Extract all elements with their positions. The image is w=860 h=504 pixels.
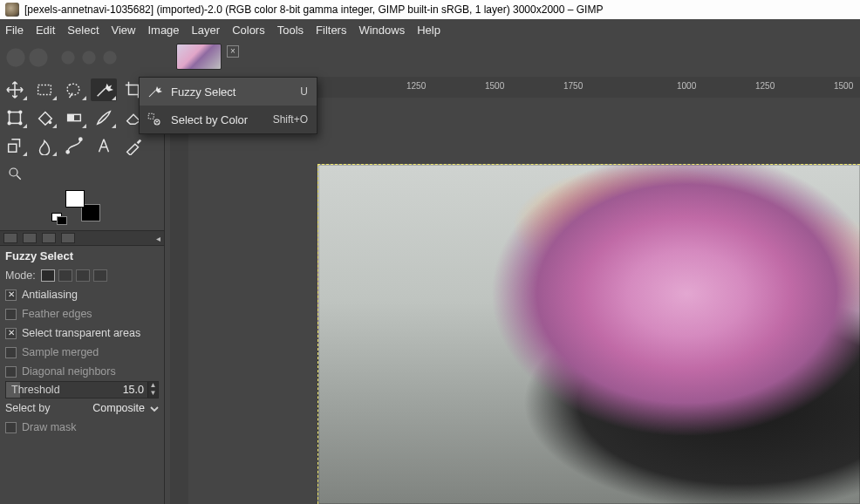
ruler-tick-label: 1500	[485, 81, 504, 91]
mode-replace[interactable]	[41, 269, 55, 282]
svg-point-3	[19, 111, 22, 113]
wand-icon	[147, 84, 162, 99]
image-tab-close-icon[interactable]: ×	[227, 45, 239, 58]
menu-select[interactable]: Select	[67, 24, 99, 37]
flyout-select-by-color[interactable]: Select by Color Shift+O	[140, 106, 317, 133]
label-antialiasing: Antialiasing	[22, 289, 78, 301]
select-by-row[interactable]: Select by Composite	[5, 398, 159, 418]
tool-paths[interactable]	[61, 134, 87, 157]
mode-label: Mode:	[5, 269, 36, 282]
menu-edit[interactable]: Edit	[36, 24, 55, 37]
vertical-ruler[interactable]	[164, 77, 188, 504]
svg-point-9	[66, 151, 69, 153]
tool-smudge[interactable]	[31, 134, 58, 157]
ruler-tick-label: 1250	[406, 81, 426, 91]
tool-move[interactable]	[2, 78, 28, 101]
threshold-value[interactable]: 15.0	[107, 384, 147, 396]
menu-filters[interactable]: Filters	[316, 24, 346, 37]
opt-sample-merged[interactable]: Sample merged	[5, 343, 159, 362]
label-diagonal: Diagonal neighbors	[22, 365, 116, 378]
tool-flyout-menu: Fuzzy Select U Select by Color Shift+O	[139, 77, 317, 134]
threshold-spinner[interactable]: ▲▼	[147, 382, 158, 398]
label-transparent: Select transparent areas	[22, 327, 140, 339]
menu-bar: File Edit Select View Image Layer Colors…	[0, 19, 860, 40]
menu-layer[interactable]: Layer	[192, 24, 221, 37]
tool-free-select[interactable]	[61, 78, 87, 101]
flyout-label: Select by Color	[171, 113, 264, 126]
select-by-label: Select by	[5, 402, 50, 414]
menu-help[interactable]: Help	[417, 24, 440, 37]
gimp-wilber-icon	[5, 3, 19, 17]
canvas-background[interactable]	[188, 98, 860, 504]
opt-draw-mask[interactable]: Draw mask	[5, 418, 159, 437]
checkbox-draw-mask[interactable]	[5, 422, 17, 433]
tool-rect-select[interactable]	[31, 78, 58, 101]
svg-point-6	[49, 121, 52, 125]
menu-windows[interactable]: Windows	[358, 24, 405, 37]
ruler-tick-label: 1750	[563, 81, 583, 91]
checkbox-transparent[interactable]	[5, 328, 17, 339]
mode-intersect[interactable]	[93, 269, 107, 282]
flyout-fuzzy-select[interactable]: Fuzzy Select U	[140, 78, 317, 106]
tool-options-title: Fuzzy Select	[5, 249, 159, 262]
checkbox-sample-merged[interactable]	[5, 347, 17, 358]
svg-point-2	[8, 111, 10, 113]
tool-fuzzy-select[interactable]	[91, 78, 117, 101]
menu-file[interactable]: File	[5, 24, 24, 37]
window-title: [pexels-annetnavi-1035682] (imported)-2.…	[24, 3, 603, 16]
ruler-tick-label: 1000	[677, 81, 696, 91]
checkbox-diagonal[interactable]	[5, 366, 17, 378]
checkbox-feather[interactable]	[5, 309, 17, 320]
foreground-color[interactable]	[65, 190, 85, 208]
mode-subtract[interactable]	[76, 269, 90, 282]
mode-add[interactable]	[58, 269, 72, 282]
label-feather: Feather edges	[22, 308, 92, 320]
dock-config-arrow-icon[interactable]: ◂	[156, 234, 160, 243]
left-dock: ◂ Fuzzy Select Mode: Antialiasing Feathe…	[0, 77, 164, 504]
menu-colors[interactable]: Colors	[232, 24, 265, 37]
dock-tab-device-status[interactable]	[23, 233, 37, 243]
svg-rect-1	[10, 112, 21, 124]
svg-rect-12	[148, 113, 154, 119]
tool-transform[interactable]	[2, 106, 28, 129]
tool-bucket-fill[interactable]	[31, 106, 58, 129]
select-by-value: Composite	[92, 402, 145, 414]
svg-rect-8	[68, 114, 74, 120]
tool-clone[interactable]	[2, 134, 28, 157]
image-tab-thumbnail[interactable]	[176, 44, 222, 70]
opt-transparent[interactable]: Select transparent areas	[5, 324, 159, 343]
dock-tab-images[interactable]	[61, 233, 75, 243]
chevron-down-icon	[150, 404, 159, 412]
flyout-shortcut: U	[300, 85, 308, 98]
tool-gradient[interactable]	[61, 106, 87, 129]
tool-color-picker[interactable]	[120, 134, 147, 157]
tool-zoom[interactable]	[2, 162, 28, 185]
checkbox-antialiasing[interactable]	[5, 289, 17, 301]
opt-feather[interactable]: Feather edges	[5, 304, 159, 324]
ruler-tick-label: 1500	[834, 81, 853, 91]
label-sample-merged: Sample merged	[22, 346, 99, 358]
opt-antialiasing[interactable]: Antialiasing	[5, 285, 159, 304]
menu-view[interactable]: View	[112, 24, 136, 37]
menu-image[interactable]: Image	[147, 24, 179, 37]
window-titlebar: [pexels-annetnavi-1035682] (imported)-2.…	[0, 0, 860, 19]
tool-paintbrush[interactable]	[91, 106, 117, 129]
tool-text[interactable]	[91, 134, 117, 157]
toolbox-wilber-strip	[0, 40, 173, 77]
mode-buttons	[41, 269, 107, 282]
svg-rect-0	[38, 85, 51, 95]
dock-tab-undo-history[interactable]	[42, 233, 56, 243]
select-by-color-icon	[147, 112, 162, 127]
threshold-slider[interactable]: Threshold 15.0 ▲▼	[5, 381, 159, 398]
flyout-shortcut: Shift+O	[273, 113, 308, 126]
dock-tab-tool-options[interactable]	[3, 233, 17, 243]
canvas-area: 1250 1500 1750 1000 1250 1500	[188, 77, 860, 504]
opt-diagonal[interactable]: Diagonal neighbors	[5, 362, 159, 381]
default-colors-icon[interactable]	[57, 216, 67, 225]
color-swatches[interactable]	[64, 190, 100, 221]
dock-tab-row: ◂	[0, 230, 164, 246]
canvas-image[interactable]	[317, 164, 860, 504]
ruler-tick-label: 1250	[755, 81, 775, 91]
mode-row: Mode:	[5, 266, 159, 285]
menu-tools[interactable]: Tools	[277, 24, 304, 37]
